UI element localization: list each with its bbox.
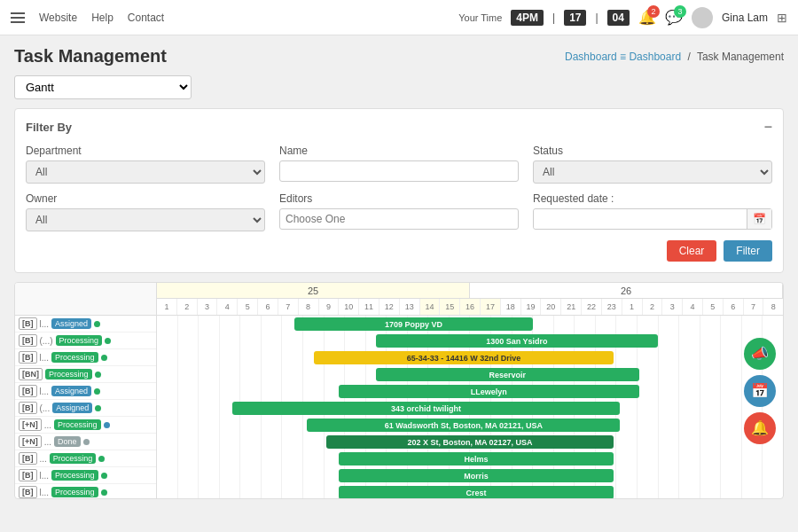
task-row-3: [B] l... Processing <box>15 349 156 366</box>
top-nav: Website Help Contact Your Time 4PM | 17 … <box>0 0 798 35</box>
filter-department: Department All <box>26 145 265 184</box>
fab-bell[interactable]: 🔔 <box>744 412 776 444</box>
bar-1[interactable]: 1709 Poppy VD <box>294 317 532 331</box>
task-row-9: [B] ... Processing <box>15 450 156 467</box>
breadcrumb-home-link[interactable]: ≡ Dashboard <box>620 51 681 63</box>
name-label: Name <box>279 145 519 157</box>
status-select[interactable]: All <box>533 160 772 184</box>
status-3: Processing <box>51 352 98 363</box>
task-id-8: [+N] <box>19 435 42 448</box>
status-11: Processing <box>51 487 98 497</box>
avatar[interactable] <box>692 7 713 28</box>
gantt-header: 25 26 1 2 3 4 5 6 7 8 9 10 11 12 <box>15 283 783 316</box>
status-9: Processing <box>50 453 97 464</box>
task-row-6: [B] (... Assigned <box>15 400 156 417</box>
task-id-2: [B] <box>19 334 37 347</box>
editors-input[interactable] <box>279 208 519 230</box>
bar-10[interactable]: Morris <box>339 469 614 482</box>
filter-title: Filter By <box>26 121 72 134</box>
bar-11[interactable]: Crest <box>339 486 614 499</box>
status-2: Processing <box>56 335 103 346</box>
owner-label: Owner <box>26 192 265 205</box>
breadcrumb-current: Task Management <box>697 51 784 63</box>
task-id-7: [+N] <box>19 419 42 431</box>
nav-help[interactable]: Help <box>91 12 113 24</box>
task-row-8: [+N] ... Done <box>15 434 156 450</box>
gantt-month-row: 25 26 <box>157 283 783 299</box>
bar-9[interactable]: Helms <box>339 452 614 466</box>
bar-4[interactable]: Reservoir <box>376 368 639 381</box>
filter-owner: Owner All <box>26 192 265 231</box>
filter-editors: Editors <box>279 192 519 231</box>
task-id-1: [B] <box>19 317 37 330</box>
page-title: Task Management <box>14 46 167 66</box>
bar-2[interactable]: 1300 San Ysidro <box>376 334 658 348</box>
department-select[interactable]: All <box>26 160 265 184</box>
bar-8[interactable]: 202 X St, Boston, MA 02127, USA <box>326 435 614 449</box>
page-header: Task Management Dashboard ≡ Dashboard / … <box>14 46 784 66</box>
filter-header: Filter By – <box>26 120 772 134</box>
nav-website[interactable]: Website <box>39 12 77 24</box>
gantt-left-col: [B] l... Assigned [B] (...) Processing [… <box>15 316 157 499</box>
filter-name: Name <box>279 145 519 184</box>
bar-6[interactable]: 343 orchid twilight <box>232 402 621 415</box>
filter-actions: Clear Filter <box>26 240 772 262</box>
task-row-4: [BN] Processing <box>15 366 156 383</box>
time-sep2: | <box>595 12 598 24</box>
bar-5[interactable]: LLewelyn <box>339 385 639 398</box>
date-input[interactable] <box>534 209 747 229</box>
notification-bell[interactable]: 🔔 2 <box>638 9 656 26</box>
dot-8 <box>83 439 90 445</box>
status-10: Processing <box>51 470 98 481</box>
clear-button[interactable]: Clear <box>667 240 717 262</box>
filter-status: Status All <box>533 145 772 184</box>
gantt-container: 25 26 1 2 3 4 5 6 7 8 9 10 11 12 <box>14 282 784 499</box>
time-sep1: | <box>552 12 555 24</box>
task-id-6: [B] <box>19 402 37 414</box>
status-5: Assigned <box>51 386 91 396</box>
breadcrumb-home[interactable]: Dashboard <box>565 51 617 63</box>
view-select[interactable]: Gantt List Kanban <box>14 75 192 99</box>
status-1: Assigned <box>51 318 91 329</box>
your-time-label: Your Time <box>458 12 502 23</box>
collapse-btn[interactable]: – <box>764 120 772 134</box>
nav-right: Your Time 4PM | 17 | 04 🔔 2 💬 3 Gina Lam… <box>458 7 787 28</box>
calendar-btn[interactable]: 📅 <box>747 209 771 229</box>
nav-left: Website Help Contact <box>11 12 164 24</box>
task-id-4: [BN] <box>19 368 43 380</box>
month-25: 25 <box>157 283 470 298</box>
task-row-2: [B] (...) Processing <box>15 332 156 349</box>
time-hour: 4PM <box>511 10 544 26</box>
requested-date-label: Requested date : <box>533 192 772 205</box>
filter-date: Requested date : 📅 <box>533 192 772 231</box>
bar-7[interactable]: 61 Wadsworth St, Boston, MA 02121, USA <box>307 419 620 432</box>
month-26: 26 <box>470 283 783 298</box>
owner-select[interactable]: All <box>26 208 265 231</box>
hamburger-menu[interactable] <box>11 12 25 23</box>
fab-megaphone[interactable]: 📣 <box>744 338 776 370</box>
department-label: Department <box>26 145 265 157</box>
task-id-3: [B] <box>19 351 37 364</box>
task-row-7: [+N] ... Processing <box>15 417 156 434</box>
editors-label: Editors <box>279 192 519 205</box>
status-7: Processing <box>54 419 101 430</box>
fab-calendar[interactable]: 📅 <box>744 375 776 407</box>
main-content: Task Management Dashboard ≡ Dashboard / … <box>0 35 798 510</box>
bar-3[interactable]: 65-34-33 - 14416 W 32nd Drive <box>314 351 614 364</box>
nav-contact[interactable]: Contact <box>128 12 164 24</box>
filter-row-1: Department All Name Status All <box>26 145 772 184</box>
task-row-5: [B] l... Assigned <box>15 383 156 400</box>
grid-icon[interactable]: ⊞ <box>777 11 787 25</box>
filter-button[interactable]: Filter <box>724 240 772 262</box>
task-row-11: [B] l... Processing <box>15 484 156 499</box>
date-input-wrap: 📅 <box>533 208 772 230</box>
gantt-right-col: 1709 Poppy VD 1300 San Ysidro 65-34-33 -… <box>157 316 783 499</box>
task-id-9: [B] <box>19 452 37 465</box>
fab-container: 📣 📅 🔔 <box>744 338 776 444</box>
breadcrumb-sep: / <box>687 51 690 63</box>
user-name[interactable]: Gina Lam <box>722 12 768 24</box>
name-input[interactable] <box>279 160 519 182</box>
dot-2 <box>105 338 111 344</box>
chat-icon-wrap[interactable]: 💬 3 <box>665 9 683 26</box>
gantt-right-header: 25 26 1 2 3 4 5 6 7 8 9 10 11 12 <box>157 283 783 315</box>
